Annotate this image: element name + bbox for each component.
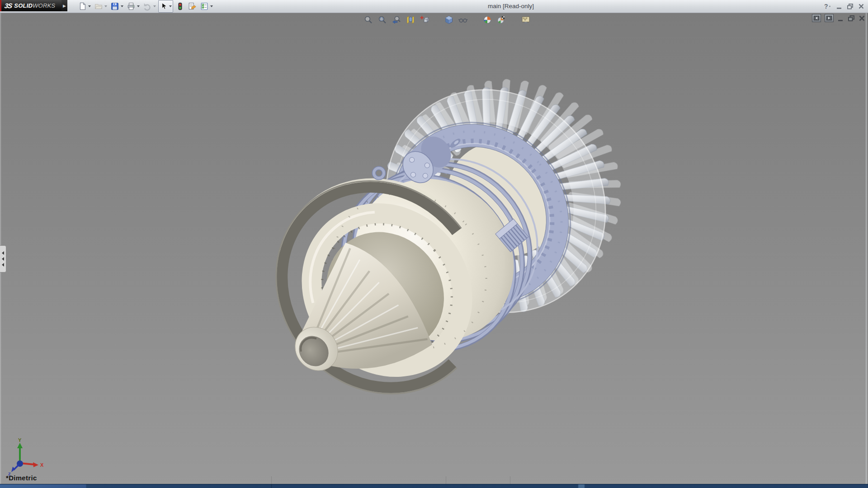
rebuild-traffic-light-button[interactable]	[175, 0, 185, 12]
previous-view-button[interactable]	[391, 14, 402, 25]
dropdown-caret-icon[interactable]	[153, 5, 156, 7]
show-right-pane-button[interactable]	[825, 14, 834, 22]
edit-appearance-button[interactable]	[482, 14, 493, 25]
ds-logo-icon: 3S	[4, 2, 13, 9]
dropdown-caret-icon[interactable]	[137, 5, 140, 7]
help-button[interactable]: ?	[823, 3, 831, 10]
triad-y-arrow	[17, 443, 23, 448]
triad-y-label: Y	[18, 437, 22, 443]
view-orientation-button[interactable]	[419, 14, 430, 25]
restore-document-button[interactable]	[848, 15, 855, 22]
statusbar-separator	[446, 476, 446, 484]
apply-scene-button[interactable]	[496, 14, 507, 25]
file-properties-button[interactable]	[187, 0, 198, 12]
close-button[interactable]	[858, 3, 864, 9]
zoom-to-fit-button[interactable]	[363, 14, 374, 25]
brand-name-bold: SOLID	[14, 2, 33, 9]
show-left-pane-button[interactable]	[812, 14, 821, 22]
heads-up-view-toolbar	[363, 14, 531, 25]
collapse-arrow-icon	[2, 251, 4, 255]
dropdown-caret-icon[interactable]	[88, 5, 91, 7]
document-title: main [Read-only]	[217, 0, 805, 12]
minimize-button[interactable]	[836, 3, 842, 9]
dropdown-caret-icon[interactable]	[169, 5, 172, 7]
dropdown-caret-icon[interactable]	[121, 5, 123, 7]
undo-button[interactable]	[142, 0, 157, 12]
statusbar-separator	[271, 476, 272, 484]
view-settings-button[interactable]	[520, 14, 531, 25]
select-cursor-button[interactable]	[158, 0, 173, 13]
minimize-document-button[interactable]	[837, 15, 844, 22]
section-view-button[interactable]	[405, 14, 416, 25]
open-document-button[interactable]	[93, 0, 108, 12]
triad-x-arrow	[33, 462, 38, 467]
document-window-controls	[812, 14, 865, 22]
zoom-to-area-button[interactable]	[377, 14, 388, 25]
collapse-arrow-icon	[2, 263, 4, 267]
dropdown-caret-icon[interactable]	[210, 5, 213, 7]
statusbar-separator	[510, 476, 510, 484]
view-orientation-label: *Dimetric	[6, 474, 37, 482]
hide-show-items-button[interactable]	[458, 14, 468, 25]
new-document-button[interactable]	[77, 0, 92, 12]
save-button[interactable]	[109, 0, 124, 12]
options-button[interactable]	[199, 0, 214, 12]
print-button[interactable]	[126, 0, 141, 12]
triad-z-arrow	[11, 467, 15, 472]
collapse-arrow-icon	[2, 257, 4, 261]
title-bar: 3S SOLIDWORKS ▶ main [Read-only] ?	[0, 0, 868, 13]
solidworks-logo: 3S SOLIDWORKS	[0, 0, 61, 11]
dropdown-caret-icon[interactable]	[104, 5, 107, 7]
feature-tree-collapse-tab[interactable]	[0, 245, 6, 272]
brand-name-light: WORKS	[33, 2, 55, 9]
svg-text:?: ?	[824, 3, 828, 10]
display-style-button[interactable]	[443, 14, 454, 25]
graphics-area[interactable]	[0, 13, 868, 488]
restore-down-button[interactable]	[847, 3, 854, 9]
close-document-button[interactable]	[859, 15, 865, 22]
menu-expand-arrow[interactable]: ▶	[61, 0, 67, 11]
taskbar-edge[interactable]	[0, 484, 868, 488]
window-controls: ?	[823, 1, 864, 12]
standard-toolbar	[77, 0, 214, 12]
triad-x-label: X	[40, 462, 44, 468]
viewport-right-edge	[866, 13, 867, 488]
